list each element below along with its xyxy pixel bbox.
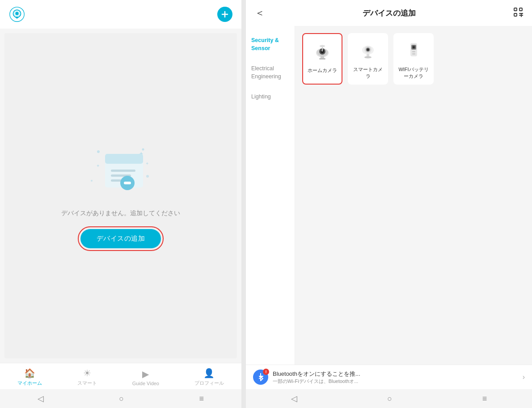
nav-home-label: マイホーム (17, 380, 42, 387)
svg-point-40 (413, 47, 414, 48)
back-button[interactable]: ＜ (255, 6, 265, 20)
bluetooth-arrow-icon: › (523, 373, 525, 381)
cat-electrical-engineering[interactable]: Electrical Engineering (246, 59, 295, 87)
svg-point-5 (97, 150, 100, 153)
svg-text:✦: ✦ (145, 161, 149, 166)
svg-rect-21 (514, 13, 517, 16)
bluetooth-title: Bluetoothをオンにすることを推... (273, 370, 518, 378)
left-header (0, 0, 241, 29)
bluetooth-subtitle: 一部のWi-Fiデバイスは、Bluetoothオ... (273, 378, 518, 385)
scan-button[interactable] (513, 7, 523, 19)
smart-icon: ☀ (83, 368, 91, 378)
right-panel-title: デバイスの追加 (363, 8, 416, 18)
cat-security-sensor[interactable]: Security & Sensor (246, 30, 295, 59)
bluetooth-notification-bar[interactable]: ! Bluetoothをオンにすることを推... 一部のWi-Fiデバイスは、B… (246, 365, 532, 389)
left-bottom-nav: 🏠 マイホーム ☀ スマート ▶ Guide Video 👤 プロフィール (0, 363, 241, 389)
smart-camera-label: スマートカメラ (351, 66, 384, 80)
left-home-sys-btn[interactable]: ○ (119, 394, 124, 404)
empty-state-area: ✦ ✦ ✦ デバイスがありません。追加してください デバイスの追加 (4, 33, 237, 358)
smart-camera-image (356, 38, 380, 63)
nav-profile-label: プロフィール (194, 380, 224, 387)
right-menu-sys-btn[interactable]: ≡ (482, 394, 487, 404)
svg-rect-14 (111, 170, 135, 172)
right-panel: ＜ デバイスの追加 Security & Sensor Electrical E… (246, 0, 532, 408)
right-header: ＜ デバイスの追加 (246, 0, 532, 26)
add-device-button[interactable]: デバイスの追加 (80, 229, 161, 248)
nav-guide-label: Guide Video (132, 381, 159, 386)
svg-rect-18 (124, 182, 131, 184)
nav-home[interactable]: 🏠 マイホーム (13, 367, 46, 387)
left-system-nav: ◁ ○ ≡ (0, 389, 241, 408)
right-back-sys-btn[interactable]: ◁ (291, 394, 297, 404)
svg-point-2 (16, 17, 18, 19)
home-icon: 🏠 (24, 368, 35, 378)
svg-rect-28 (319, 58, 325, 60)
svg-rect-41 (412, 51, 415, 52)
panel-divider (241, 0, 246, 408)
left-back-sys-btn[interactable]: ◁ (38, 394, 44, 404)
left-panel: ✦ ✦ ✦ デバイスがありません。追加してください デバイスの追加 🏠 (0, 0, 241, 408)
add-device-header-button[interactable] (217, 7, 232, 22)
bluetooth-badge: ! (263, 369, 269, 375)
bluetooth-text: Bluetoothをオンにすることを推... 一部のWi-Fiデバイスは、Blu… (273, 370, 518, 385)
empty-illustration: ✦ ✦ ✦ (85, 140, 156, 199)
right-system-nav: ◁ ○ ≡ (246, 389, 532, 408)
svg-point-36 (364, 56, 372, 59)
device-card-home-camera[interactable]: ホームカメラ (302, 33, 342, 85)
svg-point-8 (91, 180, 93, 182)
nav-smart[interactable]: ☀ スマート (73, 367, 101, 387)
add-device-button-wrapper: デバイスの追加 (78, 226, 164, 251)
svg-point-34 (367, 48, 369, 51)
left-menu-sys-btn[interactable]: ≡ (199, 394, 204, 404)
category-sidebar: Security & Sensor Electrical Engineering… (246, 26, 295, 365)
device-card-smart-camera[interactable]: スマートカメラ (348, 33, 388, 85)
bluetooth-icon-wrapper: ! (253, 370, 268, 385)
home-camera-label: ホームカメラ (308, 67, 337, 74)
guide-icon: ▶ (142, 369, 149, 379)
device-grid: ホームカメラ スマートカメラ (295, 26, 532, 365)
wifi-battery-camera-image (401, 38, 426, 63)
profile-icon: 👤 (203, 368, 215, 378)
bluetooth-icon (257, 373, 264, 382)
nav-guide[interactable]: ▶ Guide Video (128, 368, 164, 387)
svg-rect-20 (519, 8, 522, 11)
svg-point-1 (15, 12, 18, 15)
svg-point-30 (320, 45, 325, 47)
nav-profile[interactable]: 👤 プロフィール (190, 367, 228, 387)
svg-rect-19 (514, 8, 517, 11)
empty-text: デバイスがありません。追加してください (61, 209, 180, 217)
svg-text:✦: ✦ (96, 163, 100, 168)
svg-rect-42 (412, 53, 415, 55)
right-home-sys-btn[interactable]: ○ (387, 394, 392, 404)
svg-point-7 (146, 175, 149, 178)
right-body: Security & Sensor Electrical Engineering… (246, 26, 532, 365)
nav-smart-label: スマート (77, 380, 97, 387)
svg-rect-13 (105, 154, 143, 164)
device-card-wifi-battery-camera[interactable]: WIFIバッテリーカメラ (393, 33, 434, 85)
home-camera-image (310, 39, 334, 64)
app-logo-icon (9, 6, 25, 22)
cat-lighting[interactable]: Lighting (246, 87, 295, 107)
wifi-battery-camera-label: WIFIバッテリーカメラ (397, 66, 430, 80)
